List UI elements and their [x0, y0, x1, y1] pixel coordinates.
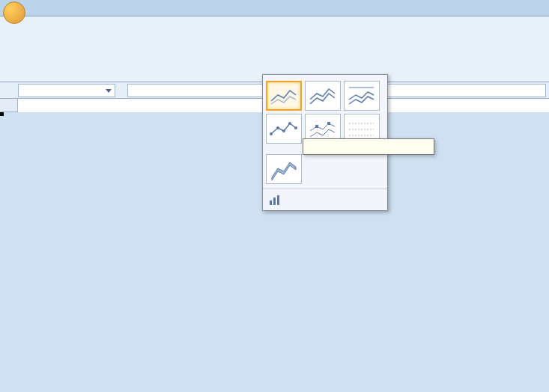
svg-rect-14 [277, 195, 279, 205]
all-chart-types-button[interactable] [263, 189, 387, 210]
fill-handle[interactable] [0, 112, 4, 116]
office-button[interactable] [3, 1, 25, 24]
svg-point-1 [270, 132, 273, 135]
chart-tooltip [303, 138, 434, 155]
line-chart-100stacked[interactable] [344, 81, 380, 111]
svg-point-3 [282, 129, 285, 132]
svg-rect-12 [270, 200, 272, 205]
svg-point-2 [276, 126, 279, 129]
line-chart-basic[interactable] [266, 81, 302, 111]
name-box[interactable] [18, 84, 115, 97]
bar-chart-icon [269, 194, 281, 206]
selection-range-overlay [0, 112, 3, 115]
svg-point-5 [294, 126, 297, 129]
active-cell-overlay [0, 112, 3, 115]
svg-point-4 [288, 122, 291, 125]
ribbon-tabs [0, 0, 549, 16]
chart-thumbs-3d [263, 153, 387, 189]
ribbon [0, 16, 549, 82]
line-chart-3d[interactable] [266, 154, 302, 184]
svg-marker-11 [272, 162, 296, 180]
select-all-triangle[interactable] [0, 99, 18, 112]
svg-rect-13 [273, 197, 276, 205]
svg-rect-7 [327, 122, 330, 125]
chevron-down-icon[interactable] [106, 89, 112, 93]
line-chart-stacked[interactable] [305, 81, 341, 111]
svg-rect-6 [315, 125, 318, 128]
line-chart-markers[interactable] [266, 114, 302, 144]
